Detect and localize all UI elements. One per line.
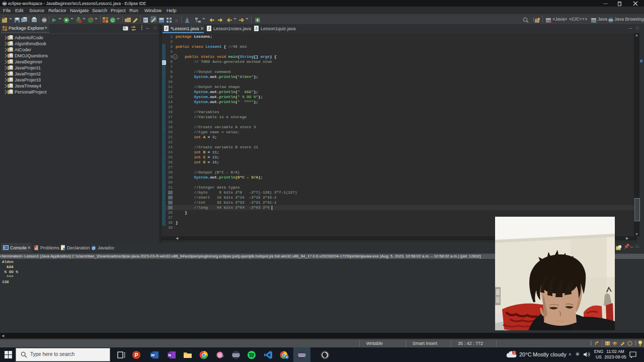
svg-text:N: N [169, 353, 172, 357]
svg-text:P: P [135, 352, 138, 358]
svg-text:@: @ [92, 246, 95, 250]
svg-text:W: W [151, 353, 155, 357]
svg-text:C: C [111, 18, 114, 23]
svg-text:1: 1 [513, 351, 515, 354]
svg-text:P: P [144, 18, 146, 23]
svg-text:π: π [175, 18, 178, 23]
